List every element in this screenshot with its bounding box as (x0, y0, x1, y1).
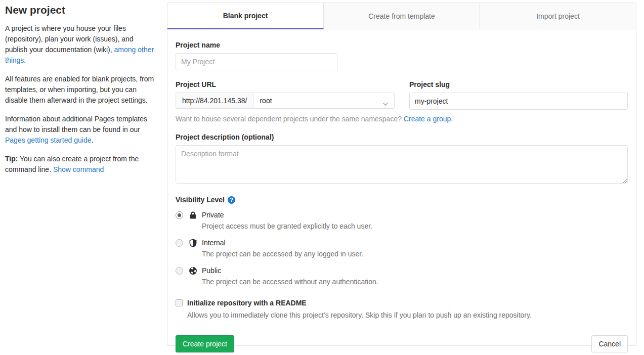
pages-paragraph: Information about additional Pages templ… (5, 114, 157, 146)
blank-project-form: Project name Project URL http://84.201.1… (167, 29, 636, 355)
url-slug-row: Project URL http://84.201.145.38/ root P… (176, 80, 628, 110)
lock-icon (189, 211, 197, 219)
project-slug-input[interactable] (409, 93, 628, 110)
show-command-link[interactable]: Show command (53, 165, 104, 173)
pages-text: Information about additional Pages templ… (5, 115, 147, 134)
private-option-texts: Private Project access must be granted e… (202, 210, 372, 231)
sidebar-help-column: New project A project is where you house… (5, 4, 157, 183)
features-paragraph: All features are enabled for blank proje… (5, 74, 157, 106)
internal-radio[interactable] (176, 239, 183, 247)
project-url-input-group: http://84.201.145.38/ root (176, 93, 395, 109)
private-radio[interactable] (176, 211, 183, 219)
public-option-texts: Public The project can be accessed witho… (202, 266, 378, 287)
tab-blank-project[interactable]: Blank project (167, 3, 324, 29)
project-slug-label: Project slug (409, 80, 628, 88)
cancel-button[interactable]: Cancel (591, 335, 628, 352)
project-slug-group: Project slug (409, 80, 628, 110)
namespace-help: Want to house several dependent projects… (176, 115, 628, 123)
url-prefix-addon: http://84.201.145.38/ (176, 93, 253, 109)
project-description-group: Project description (optional) (176, 133, 628, 186)
new-project-page: New project A project is where you house… (0, 0, 644, 355)
globe-icon (189, 267, 197, 275)
project-description-label: Project description (optional) (176, 133, 628, 141)
intro-text-after: . (24, 56, 26, 64)
visibility-option-public: Public The project can be accessed witho… (176, 266, 628, 287)
chevron-down-icon (383, 100, 388, 108)
form-footer: Create project Cancel (176, 335, 628, 352)
project-type-tabs: Blank project Create from template Impor… (167, 3, 636, 29)
tip-paragraph: Tip: You can also create a project from … (5, 154, 157, 175)
tip-label: Tip: (5, 155, 18, 163)
readme-description: Allows you to immediately clone this pro… (187, 310, 532, 320)
help-icon[interactable]: ? (228, 196, 235, 204)
pages-guide-link[interactable]: Pages getting started guide (5, 136, 91, 144)
visibility-level-header: Visibility Level ? (176, 196, 628, 204)
page-title: New project (5, 4, 157, 16)
public-radio[interactable] (176, 267, 183, 275)
project-name-label: Project name (176, 41, 628, 49)
tab-import-project[interactable]: Import project (480, 3, 636, 29)
create-project-button[interactable]: Create project (176, 335, 234, 352)
public-option-name[interactable]: Public (202, 266, 378, 276)
visibility-option-internal: Internal The project can be accessed by … (176, 238, 628, 259)
private-option-description: Project access must be granted explicitl… (202, 221, 372, 231)
create-group-link[interactable]: Create a group. (404, 115, 453, 123)
project-url-group: Project URL http://84.201.145.38/ root (176, 80, 395, 110)
readme-checkbox[interactable] (176, 299, 183, 306)
internal-option-texts: Internal The project can be accessed by … (202, 238, 363, 259)
shield-icon (189, 239, 197, 247)
pages-text-after: . (91, 136, 93, 144)
internal-option-description: The project can be accessed by any logge… (202, 249, 363, 259)
project-name-group: Project name (176, 41, 628, 70)
visibility-level-label: Visibility Level (176, 196, 225, 204)
readme-label[interactable]: Initialize repository with a README (187, 298, 532, 307)
public-option-description: The project can be accessed without any … (202, 277, 378, 287)
internal-option-name[interactable]: Internal (202, 238, 363, 248)
intro-paragraph: A project is where you house your files … (5, 23, 157, 66)
project-url-label: Project URL (176, 80, 395, 88)
readme-group: Initialize repository with a README Allo… (176, 298, 628, 320)
visibility-option-private: Private Project access must be granted e… (176, 210, 628, 231)
private-option-name[interactable]: Private (202, 210, 372, 220)
new-project-panel: Blank project Create from template Impor… (167, 3, 636, 346)
tab-create-from-template[interactable]: Create from template (324, 3, 480, 29)
namespace-select[interactable]: root (253, 93, 395, 109)
project-description-textarea[interactable] (176, 145, 628, 184)
readme-texts: Initialize repository with a README Allo… (187, 298, 532, 320)
project-name-input[interactable] (176, 53, 337, 70)
namespace-help-text: Want to house several dependent projects… (176, 115, 404, 123)
namespace-selected-value: root (260, 97, 272, 105)
